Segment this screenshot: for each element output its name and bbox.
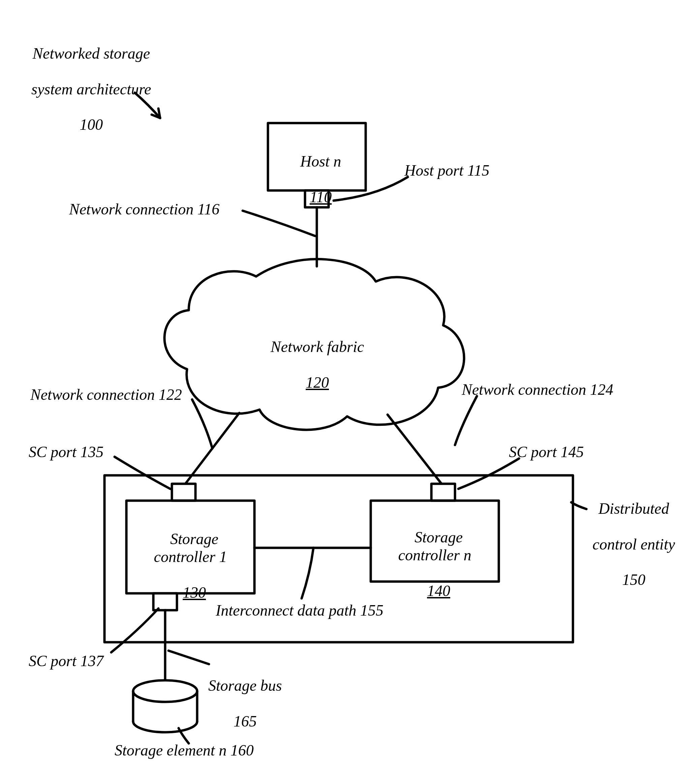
fabric-label: Network fabric 120: [242, 320, 384, 392]
host-num: 110: [310, 188, 332, 205]
sc1-name: Storage controller 1: [154, 530, 227, 565]
scport135-label: SC port 135: [29, 443, 103, 461]
svg-rect-6: [172, 484, 196, 501]
scn-num: 140: [427, 582, 450, 599]
netconn124-label: Network connection 124: [462, 381, 613, 399]
title-num: 100: [79, 116, 103, 133]
svg-line-4: [388, 415, 441, 484]
diagram-canvas: { "title": { "line1": "Networked storage…: [0, 0, 700, 770]
dce-line1: Distributed: [598, 500, 669, 517]
sc1-label: Storage controller 1 130: [126, 513, 254, 602]
title-line2: system architecture: [31, 81, 151, 98]
dce-num: 150: [622, 571, 645, 588]
storagebus-label: Storage bus 165: [200, 659, 282, 731]
svg-point-13: [133, 680, 197, 702]
host-name: Host n: [300, 153, 341, 170]
dce-line2: control entity: [592, 536, 675, 553]
netconn122-label: Network connection 122: [30, 386, 182, 404]
scport137-label: SC port 137: [29, 652, 103, 670]
title-line1: Networked storage: [32, 45, 150, 62]
dce-label: Distributed control entity 150: [585, 482, 675, 589]
host-port-label: Host port 115: [404, 162, 489, 180]
scport145-label: SC port 145: [509, 443, 584, 461]
sc1-num: 130: [183, 584, 206, 601]
scn-name: Storage controller n: [398, 529, 472, 564]
title-label: Networked storage system architecture 10…: [24, 27, 151, 134]
svg-rect-7: [432, 484, 455, 501]
interconnect-label: Interconnect data path 155: [216, 602, 383, 620]
storagebus-num: 165: [234, 713, 257, 730]
netconn116-label: Network connection 116: [69, 201, 220, 218]
fabric-name: Network fabric: [271, 338, 364, 355]
scn-label: Storage controller n 140: [371, 511, 499, 600]
fabric-num: 120: [306, 374, 329, 391]
storagebus-line1: Storage bus: [208, 677, 282, 694]
storage-element-label: Storage element n 160: [115, 742, 254, 760]
host-box-label: Host n 110: [268, 135, 366, 206]
